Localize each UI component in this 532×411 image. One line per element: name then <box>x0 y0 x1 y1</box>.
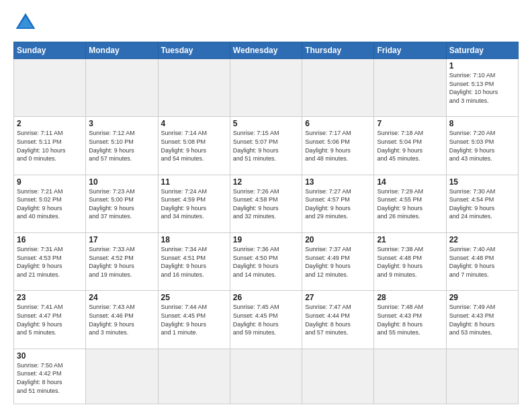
calendar-week-row: 9Sunrise: 7:21 AMSunset: 5:02 PMDaylight… <box>14 175 519 232</box>
weekday-header-saturday: Saturday <box>446 42 518 59</box>
day-number: 21 <box>377 235 443 244</box>
day-info: Sunrise: 7:33 AMSunset: 4:52 PMDaylight:… <box>89 245 154 279</box>
day-info: Sunrise: 7:21 AMSunset: 5:02 PMDaylight:… <box>17 187 83 221</box>
calendar-cell: 10Sunrise: 7:23 AMSunset: 5:00 PMDayligh… <box>86 175 158 232</box>
day-number: 23 <box>17 293 83 302</box>
logo <box>13 11 40 35</box>
day-info: Sunrise: 7:43 AMSunset: 4:46 PMDaylight:… <box>89 303 154 336</box>
weekday-header-thursday: Thursday <box>302 42 374 59</box>
day-info: Sunrise: 7:31 AMSunset: 4:53 PMDaylight:… <box>17 245 83 279</box>
day-number: 3 <box>89 119 154 128</box>
day-info: Sunrise: 7:41 AMSunset: 4:47 PMDaylight:… <box>17 303 83 336</box>
day-info: Sunrise: 7:30 AMSunset: 4:54 PMDaylight:… <box>449 187 515 221</box>
day-number: 8 <box>449 119 515 128</box>
day-info: Sunrise: 7:34 AMSunset: 4:51 PMDaylight:… <box>161 245 227 279</box>
weekday-header-row: SundayMondayTuesdayWednesdayThursdayFrid… <box>14 42 519 59</box>
day-info: Sunrise: 7:12 AMSunset: 5:10 PMDaylight:… <box>89 129 154 163</box>
header <box>13 11 519 35</box>
calendar-week-row: 30Sunrise: 7:50 AMSunset: 4:42 PMDayligh… <box>14 349 519 404</box>
calendar-cell <box>230 59 302 117</box>
day-info: Sunrise: 7:15 AMSunset: 5:07 PMDaylight:… <box>233 129 299 163</box>
day-number: 20 <box>305 235 371 244</box>
day-info: Sunrise: 7:23 AMSunset: 5:00 PMDaylight:… <box>89 187 154 221</box>
calendar-cell: 14Sunrise: 7:29 AMSunset: 4:55 PMDayligh… <box>374 175 446 232</box>
day-info: Sunrise: 7:48 AMSunset: 4:43 PMDaylight:… <box>377 303 443 336</box>
weekday-header-monday: Monday <box>86 42 158 59</box>
calendar-cell <box>374 349 446 404</box>
day-number: 10 <box>89 177 154 187</box>
calendar-cell: 16Sunrise: 7:31 AMSunset: 4:53 PMDayligh… <box>14 233 86 291</box>
day-info: Sunrise: 7:17 AMSunset: 5:06 PMDaylight:… <box>305 129 371 163</box>
calendar-cell: 11Sunrise: 7:24 AMSunset: 4:59 PMDayligh… <box>158 175 230 232</box>
calendar-cell: 22Sunrise: 7:40 AMSunset: 4:48 PMDayligh… <box>446 233 518 291</box>
calendar-cell: 23Sunrise: 7:41 AMSunset: 4:47 PMDayligh… <box>14 291 86 349</box>
calendar-cell: 8Sunrise: 7:20 AMSunset: 5:03 PMDaylight… <box>446 117 518 175</box>
calendar-cell: 21Sunrise: 7:38 AMSunset: 4:48 PMDayligh… <box>374 233 446 291</box>
day-number: 4 <box>161 119 227 128</box>
day-number: 29 <box>449 293 515 302</box>
calendar-cell <box>158 349 230 404</box>
day-info: Sunrise: 7:10 AMSunset: 5:13 PMDaylight:… <box>449 71 515 105</box>
day-number: 12 <box>233 177 299 187</box>
calendar-cell: 27Sunrise: 7:47 AMSunset: 4:44 PMDayligh… <box>302 291 374 349</box>
day-info: Sunrise: 7:24 AMSunset: 4:59 PMDaylight:… <box>161 187 227 221</box>
calendar-cell <box>302 59 374 117</box>
page: SundayMondayTuesdayWednesdayThursdayFrid… <box>0 0 532 411</box>
calendar-cell: 5Sunrise: 7:15 AMSunset: 5:07 PMDaylight… <box>230 117 302 175</box>
day-number: 6 <box>305 119 371 128</box>
calendar-week-row: 16Sunrise: 7:31 AMSunset: 4:53 PMDayligh… <box>14 233 519 291</box>
weekday-header-tuesday: Tuesday <box>158 42 230 59</box>
day-number: 14 <box>377 177 443 187</box>
weekday-header-sunday: Sunday <box>14 42 86 59</box>
calendar-cell: 24Sunrise: 7:43 AMSunset: 4:46 PMDayligh… <box>86 291 158 349</box>
day-info: Sunrise: 7:38 AMSunset: 4:48 PMDaylight:… <box>377 245 443 279</box>
day-info: Sunrise: 7:14 AMSunset: 5:08 PMDaylight:… <box>161 129 227 163</box>
calendar-cell <box>158 59 230 117</box>
calendar-cell: 20Sunrise: 7:37 AMSunset: 4:49 PMDayligh… <box>302 233 374 291</box>
calendar-cell: 15Sunrise: 7:30 AMSunset: 4:54 PMDayligh… <box>446 175 518 232</box>
calendar-cell: 26Sunrise: 7:45 AMSunset: 4:45 PMDayligh… <box>230 291 302 349</box>
day-info: Sunrise: 7:45 AMSunset: 4:45 PMDaylight:… <box>233 303 299 336</box>
day-number: 5 <box>233 119 299 128</box>
generalblue-icon <box>13 11 38 35</box>
day-info: Sunrise: 7:29 AMSunset: 4:55 PMDaylight:… <box>377 187 443 221</box>
calendar-cell <box>86 349 158 404</box>
day-info: Sunrise: 7:11 AMSunset: 5:11 PMDaylight:… <box>17 129 83 163</box>
calendar-cell <box>446 349 518 404</box>
calendar-cell <box>374 59 446 117</box>
calendar-cell <box>14 59 86 117</box>
calendar-cell <box>230 349 302 404</box>
day-number: 26 <box>233 293 299 302</box>
calendar-cell: 30Sunrise: 7:50 AMSunset: 4:42 PMDayligh… <box>14 349 86 404</box>
day-number: 30 <box>17 351 83 361</box>
day-info: Sunrise: 7:27 AMSunset: 4:57 PMDaylight:… <box>305 187 371 221</box>
day-number: 17 <box>89 235 154 244</box>
calendar-cell <box>86 59 158 117</box>
day-info: Sunrise: 7:50 AMSunset: 4:42 PMDaylight:… <box>17 361 83 395</box>
day-number: 18 <box>161 235 227 244</box>
day-number: 22 <box>449 235 515 244</box>
day-number: 16 <box>17 235 83 244</box>
day-number: 15 <box>449 177 515 187</box>
calendar-cell: 3Sunrise: 7:12 AMSunset: 5:10 PMDaylight… <box>86 117 158 175</box>
calendar-week-row: 1Sunrise: 7:10 AMSunset: 5:13 PMDaylight… <box>14 59 519 117</box>
calendar-cell: 29Sunrise: 7:49 AMSunset: 4:43 PMDayligh… <box>446 291 518 349</box>
day-info: Sunrise: 7:44 AMSunset: 4:45 PMDaylight:… <box>161 303 227 336</box>
day-number: 25 <box>161 293 227 302</box>
calendar-week-row: 2Sunrise: 7:11 AMSunset: 5:11 PMDaylight… <box>14 117 519 175</box>
calendar-cell: 25Sunrise: 7:44 AMSunset: 4:45 PMDayligh… <box>158 291 230 349</box>
calendar-cell: 17Sunrise: 7:33 AMSunset: 4:52 PMDayligh… <box>86 233 158 291</box>
calendar-cell: 2Sunrise: 7:11 AMSunset: 5:11 PMDaylight… <box>14 117 86 175</box>
day-number: 13 <box>305 177 371 187</box>
calendar-cell: 12Sunrise: 7:26 AMSunset: 4:58 PMDayligh… <box>230 175 302 232</box>
day-number: 28 <box>377 293 443 302</box>
day-info: Sunrise: 7:37 AMSunset: 4:49 PMDaylight:… <box>305 245 371 279</box>
calendar-cell: 19Sunrise: 7:36 AMSunset: 4:50 PMDayligh… <box>230 233 302 291</box>
day-info: Sunrise: 7:18 AMSunset: 5:04 PMDaylight:… <box>377 129 443 163</box>
day-number: 11 <box>161 177 227 187</box>
day-info: Sunrise: 7:47 AMSunset: 4:44 PMDaylight:… <box>305 303 371 336</box>
day-number: 7 <box>377 119 443 128</box>
calendar: SundayMondayTuesdayWednesdayThursdayFrid… <box>13 42 519 404</box>
weekday-header-wednesday: Wednesday <box>230 42 302 59</box>
calendar-cell: 28Sunrise: 7:48 AMSunset: 4:43 PMDayligh… <box>374 291 446 349</box>
